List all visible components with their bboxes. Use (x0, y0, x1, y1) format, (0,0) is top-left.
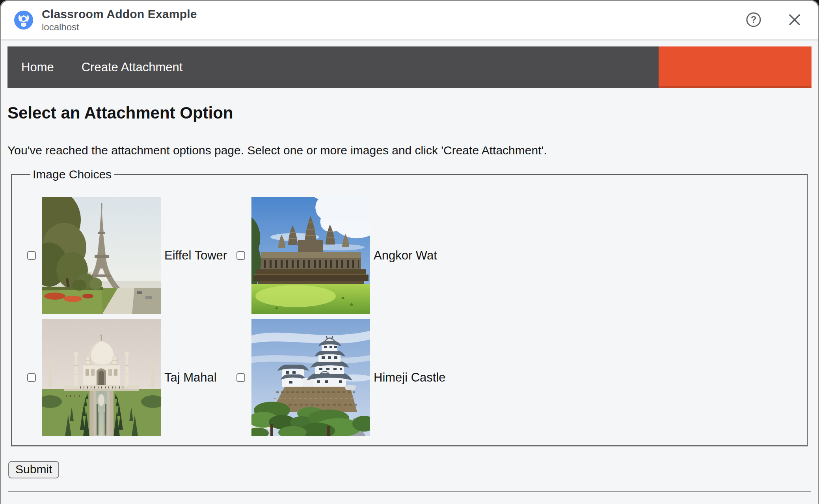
navbar: Home Create Attachment (7, 46, 812, 88)
nav-item-home[interactable]: Home (21, 60, 54, 74)
himeji-castle-checkbox[interactable] (236, 373, 245, 382)
eiffel-tower-checkbox[interactable] (27, 251, 36, 260)
angkor-wat-label[interactable]: Angkor Wat (374, 248, 437, 263)
svg-text:?: ? (751, 14, 757, 25)
nav-accent-block (659, 46, 812, 88)
dialog-titlebar: Classroom Addon Example localhost ? (1, 1, 818, 41)
addon-logo-icon (14, 11, 33, 30)
taj-mahal-label[interactable]: Taj Mahal (164, 371, 217, 385)
close-icon (785, 11, 804, 30)
page-title: Select an Attachment Option (7, 104, 812, 122)
dialog-origin: localhost (42, 22, 197, 32)
choice-angkor-wat: Angkor Wat (236, 197, 799, 314)
nav-item-create-attachment[interactable]: Create Attachment (82, 60, 183, 74)
help-icon: ? (745, 11, 763, 30)
screen: Classroom Addon Example localhost ? (0, 0, 819, 504)
dialog-titles: Classroom Addon Example localhost (42, 8, 197, 32)
image-choices-fieldset: Image Choices (11, 168, 808, 447)
himeji-castle-label[interactable]: Himeji Castle (374, 371, 446, 385)
page-description: You've reached the attachment options pa… (7, 143, 812, 158)
help-button[interactable]: ? (745, 11, 763, 29)
submit-button[interactable]: Submit (8, 461, 59, 478)
himeji-castle-photo (251, 319, 370, 436)
angkor-wat-checkbox[interactable] (236, 251, 245, 260)
page-content: Home Create Attachment Select an Attachm… (1, 41, 818, 504)
titlebar-actions: ? (745, 11, 804, 29)
choices-grid: Eiffel Tower (27, 197, 799, 436)
choice-taj-mahal: Taj Mahal (27, 319, 236, 436)
taj-mahal-photo (42, 319, 161, 436)
angkor-wat-photo (251, 197, 370, 314)
close-button[interactable] (785, 11, 804, 29)
choice-himeji-castle: Himeji Castle (236, 319, 799, 436)
taj-mahal-checkbox[interactable] (27, 373, 36, 382)
addon-dialog: Classroom Addon Example localhost ? (0, 0, 819, 504)
image-choices-legend: Image Choices (30, 168, 114, 181)
bottom-divider (8, 491, 811, 492)
eiffel-tower-label[interactable]: Eiffel Tower (164, 248, 227, 263)
dialog-title: Classroom Addon Example (42, 8, 197, 20)
eiffel-tower-photo (42, 197, 161, 314)
choice-eiffel-tower: Eiffel Tower (27, 197, 236, 314)
